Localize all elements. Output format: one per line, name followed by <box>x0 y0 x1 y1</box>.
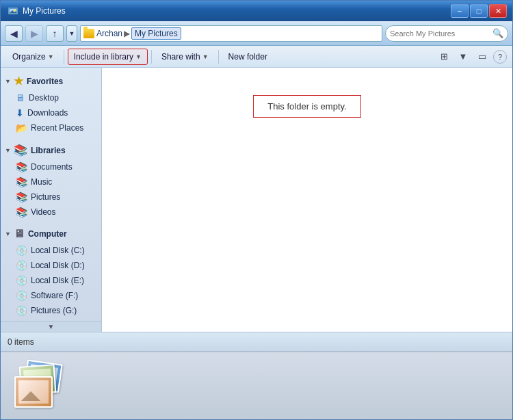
libraries-icon: 📚 <box>14 144 27 157</box>
minimize-button[interactable]: − <box>451 4 469 18</box>
bottom-panel <box>1 351 512 419</box>
recent-locations-button[interactable]: ▼ <box>66 25 77 42</box>
sidebar-item-disk-e-label: Local Disk (E:) <box>31 276 84 285</box>
status-bar: 0 items <box>1 332 512 351</box>
title-bar: My Pictures − □ ✕ <box>1 1 512 21</box>
sidebar-item-music[interactable]: 📚 Music <box>1 174 101 189</box>
item-count: 0 items <box>8 337 34 347</box>
sidebar-item-pictures[interactable]: 📚 Pictures <box>1 189 101 205</box>
sidebar-item-music-label: Music <box>31 177 52 187</box>
sidebar-item-videos-label: Videos <box>31 207 55 217</box>
toolbar-right: ⊞ ▼ ▭ ? <box>436 49 507 65</box>
sidebar-scroll[interactable]: ▼ ★ Favorites 🖥 Desktop ⬇ Downloads 📂 Re… <box>1 68 101 321</box>
sidebar-scroll-down-button[interactable]: ▼ <box>1 321 101 332</box>
content-pane: This folder is empty. <box>102 68 512 332</box>
toolbar-separator-3 <box>218 50 219 64</box>
breadcrumb-archan[interactable]: Archan ▶ <box>96 29 131 38</box>
disk-e-icon: 💿 <box>16 275 27 286</box>
sidebar-item-pictures-g-label: Pictures (G:) <box>31 306 77 315</box>
disk-c-icon: 💿 <box>16 245 27 256</box>
address-bar: ◀ ▶ ↑ ▼ Archan ▶ My Pictures 🔍 <box>1 21 512 46</box>
favorites-star-icon: ★ <box>14 75 23 88</box>
include-library-dropdown-arrow: ▼ <box>135 53 142 60</box>
new-folder-button[interactable]: New folder <box>222 49 274 65</box>
sidebar-libraries-header[interactable]: ▼ 📚 Libraries <box>1 141 101 159</box>
sidebar-item-disk-d[interactable]: 💿 Local Disk (D:) <box>1 258 101 273</box>
pic-front-layer <box>14 376 53 408</box>
disk-g-icon: 💿 <box>16 305 27 316</box>
computer-icon: 🖥 <box>14 228 25 240</box>
pictures-icon: 📚 <box>16 192 27 202</box>
sidebar-item-disk-d-label: Local Disk (D:) <box>31 261 85 270</box>
breadcrumb-my-pictures[interactable]: My Pictures <box>131 27 181 40</box>
search-icon[interactable]: 🔍 <box>492 28 503 38</box>
forward-button[interactable]: ▶ <box>25 25 43 42</box>
sidebar-item-desktop[interactable]: 🖥 Desktop <box>1 90 101 105</box>
recent-places-icon: 📂 <box>16 122 27 133</box>
disk-d-icon: 💿 <box>16 260 27 271</box>
up-button[interactable]: ↑ <box>46 25 64 42</box>
sidebar-item-pictures-g[interactable]: 💿 Pictures (G:) <box>1 303 101 318</box>
view-mode-button[interactable]: ⊞ <box>436 49 452 65</box>
toolbar: Organize ▼ Include in library ▼ Share wi… <box>1 46 512 68</box>
sidebar-favorites-header[interactable]: ▼ ★ Favorites <box>1 72 101 90</box>
desktop-icon: 🖥 <box>16 92 25 103</box>
libraries-collapse-icon: ▼ <box>5 147 11 154</box>
sidebar-item-downloads[interactable]: ⬇ Downloads <box>1 105 101 120</box>
title-bar-buttons: − □ ✕ <box>451 4 507 18</box>
svg-point-3 <box>14 10 16 12</box>
toolbar-separator-1 <box>64 50 64 64</box>
include-library-button[interactable]: Include in library ▼ <box>68 49 148 65</box>
sidebar-item-software-f[interactable]: 💿 Software (F:) <box>1 288 101 303</box>
documents-icon: 📚 <box>16 161 27 172</box>
sidebar-item-pictures-label: Pictures <box>31 192 60 202</box>
sidebar-item-videos[interactable]: 📚 Videos <box>1 205 101 220</box>
sidebar-item-disk-c[interactable]: 💿 Local Disk (C:) <box>1 243 101 258</box>
search-input[interactable] <box>390 29 490 38</box>
downloads-icon: ⬇ <box>16 107 24 118</box>
organize-dropdown-arrow: ▼ <box>48 53 54 60</box>
sidebar-item-disk-c-label: Local Disk (C:) <box>31 246 85 255</box>
main-area: ▼ ★ Favorites 🖥 Desktop ⬇ Downloads 📂 Re… <box>1 68 512 332</box>
pictures-folder-icon <box>12 358 66 413</box>
breadcrumb-folder-icon <box>83 29 94 38</box>
help-button[interactable]: ? <box>493 50 507 64</box>
sidebar: ▼ ★ Favorites 🖥 Desktop ⬇ Downloads 📂 Re… <box>1 68 102 332</box>
window-title: My Pictures <box>23 6 66 16</box>
title-bar-left: My Pictures <box>8 5 66 16</box>
back-button[interactable]: ◀ <box>5 25 23 42</box>
sidebar-item-software-f-label: Software (F:) <box>31 291 78 300</box>
preview-pane-button[interactable]: ▭ <box>474 49 490 65</box>
favorites-collapse-icon: ▼ <box>5 78 11 85</box>
share-with-button[interactable]: Share with ▼ <box>155 49 215 65</box>
computer-label: Computer <box>28 229 67 239</box>
empty-folder-message: This folder is empty. <box>253 95 360 118</box>
sidebar-computer-header[interactable]: ▼ 🖥 Computer <box>1 225 101 243</box>
window: My Pictures − □ ✕ ◀ ▶ ↑ ▼ Archan ▶ My Pi… <box>0 0 513 420</box>
sidebar-item-recent-label: Recent Places <box>31 123 83 133</box>
music-icon: 📚 <box>16 176 27 187</box>
organize-button[interactable]: Organize ▼ <box>6 49 60 65</box>
sidebar-item-recent-places[interactable]: 📂 Recent Places <box>1 120 101 135</box>
search-box: 🔍 <box>385 25 508 42</box>
toolbar-separator-2 <box>151 50 152 64</box>
sidebar-item-documents[interactable]: 📚 Documents <box>1 159 101 174</box>
close-button[interactable]: ✕ <box>489 4 507 18</box>
sidebar-gap-1 <box>1 135 101 141</box>
videos-icon: 📚 <box>16 207 27 218</box>
disk-f-icon: 💿 <box>16 290 27 301</box>
breadcrumb-bar: Archan ▶ My Pictures <box>80 25 382 42</box>
sidebar-gap-2 <box>1 220 101 225</box>
favorites-label: Favorites <box>27 77 63 86</box>
sidebar-item-desktop-label: Desktop <box>29 93 59 103</box>
sidebar-item-disk-e[interactable]: 💿 Local Disk (E:) <box>1 273 101 288</box>
sidebar-item-downloads-label: Downloads <box>27 108 68 118</box>
sidebar-item-documents-label: Documents <box>31 162 73 172</box>
view-dropdown-button[interactable]: ▼ <box>455 49 471 65</box>
maximize-button[interactable]: □ <box>470 4 488 18</box>
content-area: This folder is empty. <box>102 68 512 332</box>
computer-collapse-icon: ▼ <box>5 231 11 237</box>
libraries-label: Libraries <box>31 146 66 155</box>
window-icon <box>8 5 18 16</box>
share-dropdown-arrow: ▼ <box>202 53 209 60</box>
